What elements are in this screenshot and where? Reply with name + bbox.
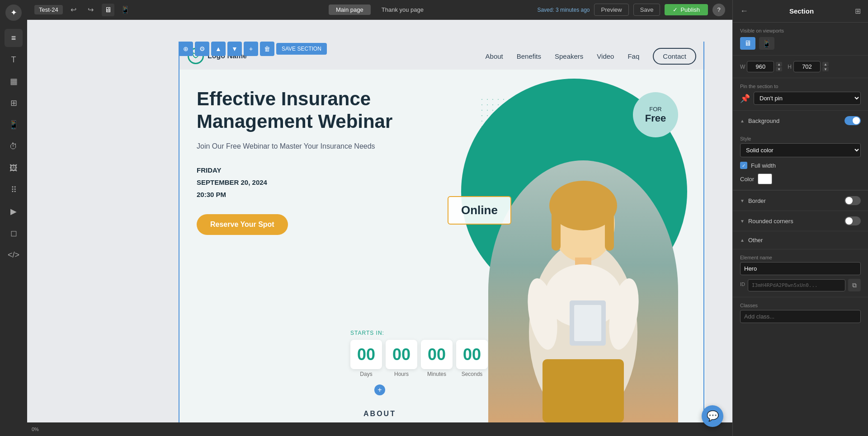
sidebar-icon-elements[interactable]: ⊞ <box>5 94 23 112</box>
panel-grid-icon[interactable]: ⊞ <box>855 7 861 15</box>
sidebar-icon-code[interactable]: </> <box>5 246 23 264</box>
sidebar-icon-shapes[interactable]: ◻ <box>5 224 23 242</box>
thank-you-page-tab[interactable]: Thank you page <box>374 5 431 15</box>
background-toggle[interactable] <box>844 116 861 125</box>
pin-select[interactable]: Don't pin <box>754 92 861 105</box>
hero-subtitle: Join Our Free Webinar to Master Your Ins… <box>197 142 434 150</box>
classes-label: Classes <box>740 303 861 308</box>
sidebar-icon-clock[interactable]: ⏱ <box>5 137 23 155</box>
border-header[interactable]: ▼ Border <box>733 191 868 211</box>
background-header[interactable]: ▲ Background <box>733 111 868 131</box>
nav-link-faq[interactable]: Faq <box>627 52 639 60</box>
saved-status: Saved: 3 minutes ago <box>537 7 590 13</box>
help-btn[interactable]: ? <box>712 4 725 16</box>
id-label: ID <box>740 281 745 287</box>
viewport-section: Visible on viewports 🖥 📱 <box>733 23 868 56</box>
topbar-right: Saved: 3 minutes ago Preview Save ✓ Publ… <box>436 4 725 16</box>
reserve-btn[interactable]: Reserve Your Spot <box>197 214 288 235</box>
svg-rect-11 <box>574 305 601 341</box>
pin-select-row: 📌 Don't pin <box>740 92 861 105</box>
save-section-btn[interactable]: SAVE SECTION <box>276 43 327 55</box>
countdown-days: 00 Days <box>350 340 382 377</box>
w-input[interactable] <box>747 61 774 72</box>
countdown-seconds-label: Seconds <box>456 371 488 377</box>
canvas-frame-right <box>703 42 704 422</box>
full-width-label: Full width <box>751 162 776 169</box>
nav-link-benefits[interactable]: Benefits <box>517 52 541 60</box>
for-free-badge: FOR Free <box>633 92 678 137</box>
full-width-checkbox[interactable]: ✓ <box>740 162 747 169</box>
rounded-corners-header[interactable]: ▼ Rounded corners <box>733 211 868 231</box>
border-toggle[interactable] <box>844 196 861 205</box>
hero-section: Effective Insurance Management Webinar J… <box>179 70 705 422</box>
w-down-btn[interactable]: ▼ <box>776 67 782 71</box>
id-input[interactable] <box>748 279 845 291</box>
undo-btn[interactable]: ↩ <box>67 4 80 16</box>
person-image <box>488 160 678 422</box>
h-input[interactable] <box>793 61 821 72</box>
add-section-btn[interactable]: + <box>374 384 385 395</box>
sidebar-icon-apps[interactable]: ⠿ <box>5 181 23 199</box>
countdown-boxes: 00 Days 00 Hours 00 Minutes 00 Seconds <box>350 340 488 377</box>
nav-contact-btn[interactable]: Contact <box>653 48 696 65</box>
publish-check-icon: ✓ <box>673 6 678 13</box>
main-page-tab[interactable]: Main page <box>329 5 371 15</box>
w-up-btn[interactable]: ▲ <box>776 62 782 66</box>
section-delete-btn[interactable]: 🗑 <box>260 42 274 56</box>
background-label-text: Background <box>748 117 779 124</box>
element-name-section: Element name Hero ID ⧉ <box>733 249 868 297</box>
section-chevron-down-btn[interactable]: ▼ <box>227 42 242 56</box>
sidebar-icon-sections[interactable]: ▦ <box>5 72 23 90</box>
background-chevron-icon: ▲ <box>740 118 745 123</box>
zoom-level: 0% <box>32 427 39 432</box>
person-img-inner <box>488 160 678 422</box>
project-title[interactable]: Test-24 <box>34 5 63 14</box>
h-up-btn[interactable]: ▲ <box>822 62 829 66</box>
h-down-btn[interactable]: ▼ <box>822 67 829 71</box>
nav-link-video[interactable]: Video <box>597 52 614 60</box>
panel-title: Section <box>789 7 814 15</box>
rounded-corners-toggle[interactable] <box>844 216 861 225</box>
save-btn[interactable]: Save <box>633 4 660 16</box>
pin-section: Pin the section to 📌 Don't pin <box>733 78 868 111</box>
panel-back-btn[interactable]: ← <box>740 6 748 16</box>
mobile-viewport-btn[interactable]: 📱 <box>119 4 132 16</box>
copy-id-btn[interactable]: ⧉ <box>848 279 861 291</box>
section-plus-btn[interactable]: + <box>244 42 258 56</box>
main-area: Test-24 ↩ ↪ 🖥 📱 Main page Thank you page… <box>27 0 732 436</box>
sidebar-icon-video[interactable]: ▶ <box>5 202 23 220</box>
section-chevron-up-btn[interactable]: ▲ <box>211 42 226 56</box>
app-logo-icon[interactable]: ✦ <box>5 5 22 21</box>
style-select[interactable]: Solid color <box>740 143 861 157</box>
sidebar-icon-layers[interactable]: ≡ <box>5 29 23 47</box>
bottom-bar: 0% <box>27 422 732 436</box>
redo-btn[interactable]: ↪ <box>85 4 97 16</box>
nav-link-about[interactable]: About <box>486 52 503 60</box>
desktop-vp-btn[interactable]: 🖥 <box>740 37 755 50</box>
w-spinner: ▲ ▼ <box>776 62 782 71</box>
preview-btn[interactable]: Preview <box>594 4 628 16</box>
h-spinner: ▲ ▼ <box>822 62 829 71</box>
sidebar-icon-device[interactable]: 📱 <box>5 116 23 134</box>
hero-right: FOR Free Online <box>452 70 705 422</box>
sidebar-icon-text[interactable]: T <box>5 51 23 69</box>
other-header[interactable]: ▲ Other <box>733 231 868 249</box>
pin-icon: 📌 <box>740 94 750 103</box>
section-settings-btn[interactable]: ⚙ <box>195 42 209 56</box>
desktop-viewport-btn[interactable]: 🖥 <box>102 4 114 16</box>
classes-input[interactable] <box>740 310 861 323</box>
other-section: ▲ Other <box>733 231 868 249</box>
mobile-vp-btn[interactable]: 📱 <box>759 37 774 50</box>
section-move-up-btn[interactable]: ⊕ <box>179 42 193 56</box>
sidebar-icon-image[interactable]: 🖼 <box>5 159 23 177</box>
topbar-left: Test-24 ↩ ↪ 🖥 📱 <box>34 4 323 16</box>
background-label: ▲ Background <box>740 117 779 124</box>
color-swatch[interactable] <box>758 173 772 184</box>
element-name-input[interactable]: Hero <box>740 262 861 275</box>
left-sidebar: ✦ ≡ T ▦ ⊞ 📱 ⏱ 🖼 ⠿ ▶ ◻ </> <box>0 0 27 436</box>
publish-btn[interactable]: ✓ Publish <box>665 4 708 15</box>
chat-btn[interactable]: 💬 <box>702 405 723 427</box>
nav-link-speakers[interactable]: Speakers <box>555 52 583 60</box>
background-section: ▲ Background Style Solid color ✓ Full wi… <box>733 111 868 191</box>
canvas-frame-left <box>179 42 179 422</box>
